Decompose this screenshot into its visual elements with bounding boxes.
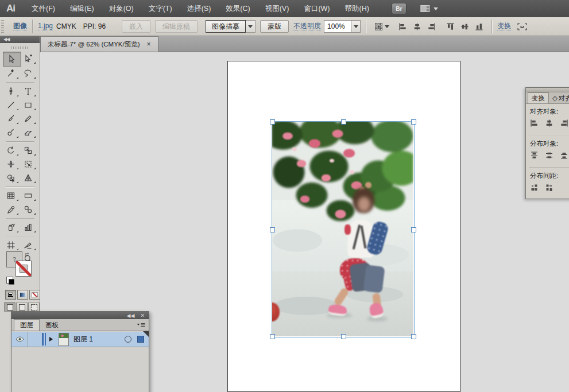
tool-paintbrush[interactable] [3, 112, 20, 126]
tool-rotate[interactable] [3, 143, 20, 157]
tool-eraser[interactable] [20, 126, 37, 139]
tool-free-transform[interactable] [20, 157, 37, 171]
tools-panel-grip[interactable] [0, 43, 40, 52]
tool-rectangle[interactable] [20, 98, 37, 112]
tool-perspective-grid[interactable] [20, 171, 37, 185]
tool-shape-builder[interactable] [3, 171, 20, 185]
menu-type[interactable]: 文字(T) [141, 0, 180, 17]
layer-thumbnail[interactable] [59, 333, 69, 346]
tool-blend[interactable] [20, 203, 37, 216]
align-right-button[interactable] [427, 22, 436, 31]
layer-selected-indicator[interactable] [137, 336, 144, 343]
image-trace-button[interactable]: 图像描摹 [206, 20, 246, 33]
tool-gradient[interactable] [20, 189, 37, 203]
tool-eyedropper[interactable] [3, 203, 20, 216]
layer-target-circle[interactable] [125, 336, 131, 343]
selection-handle-nw[interactable] [270, 119, 275, 125]
tool-pen[interactable] [3, 84, 20, 98]
color-button[interactable] [5, 290, 16, 300]
menu-file[interactable]: 文件(F) [24, 0, 63, 17]
opacity-link[interactable]: 不透明度 [293, 22, 321, 30]
tool-selection[interactable] [3, 52, 21, 67]
visibility-toggle[interactable] [11, 332, 28, 347]
tool-symbol-sprayer[interactable] [3, 220, 20, 234]
workspace-switcher[interactable] [420, 5, 438, 13]
align-right-icon[interactable] [560, 119, 568, 127]
layers-panel-header[interactable]: ◀◀ ✕ [11, 312, 149, 319]
close-icon[interactable]: ✕ [140, 313, 145, 319]
image-trace-dropdown[interactable] [246, 20, 256, 33]
stroke-swatch[interactable] [16, 261, 32, 277]
align-center-icon[interactable] [545, 119, 553, 127]
tool-slice[interactable] [20, 238, 37, 252]
tab-transform[interactable]: 变换 [528, 92, 549, 103]
reference-point-control[interactable] [374, 22, 389, 30]
distribute-vertical-center-icon[interactable] [545, 151, 553, 160]
panel-grip-icon[interactable] [1, 20, 4, 33]
selection-handle-se[interactable] [411, 334, 416, 339]
align-middle-button[interactable] [460, 22, 469, 31]
tools-panel-header[interactable]: ◀◀ [0, 36, 40, 43]
menu-object[interactable]: 对象(O) [102, 0, 141, 17]
lock-toggle[interactable] [28, 332, 36, 347]
panel-drag-bar[interactable] [526, 88, 569, 92]
tool-pencil[interactable] [20, 112, 37, 126]
tool-column-graph[interactable] [20, 220, 37, 234]
tool-mesh[interactable] [3, 189, 20, 203]
tool-blob-brush[interactable] [3, 126, 20, 139]
file-name-link[interactable]: 1.jpg [38, 22, 53, 30]
tool-artboard[interactable] [3, 238, 20, 252]
menu-help[interactable]: 帮助(H) [338, 0, 377, 17]
document-tab[interactable]: 未标题-7* @ 62% (CMYK/预览) × [40, 36, 158, 52]
selection-handle-sw[interactable] [270, 334, 275, 339]
tool-scale[interactable] [20, 143, 37, 157]
distribute-bottom-icon[interactable] [560, 151, 568, 160]
tab-artboards[interactable]: 画板 [40, 320, 64, 331]
default-fill-stroke-icon[interactable] [6, 277, 13, 284]
tool-type[interactable] [20, 84, 37, 98]
bridge-button[interactable]: Br [392, 3, 407, 14]
selection-handle-ne[interactable] [411, 119, 416, 125]
isolate-object-button[interactable] [517, 22, 528, 31]
tab-align[interactable]: ◇ 对齐 [549, 93, 569, 103]
align-left-button[interactable] [398, 22, 407, 31]
mask-button[interactable]: 蒙版 [260, 20, 289, 33]
tool-line-segment[interactable] [3, 98, 20, 112]
opacity-dropdown-arrow[interactable] [351, 21, 360, 32]
selection-handle-n[interactable] [341, 119, 346, 125]
vertical-distribute-space-icon[interactable] [530, 183, 539, 192]
menu-window[interactable]: 窗口(W) [296, 0, 337, 17]
expand-triangle-icon[interactable] [49, 337, 53, 341]
layer-row[interactable]: 图层 1 [11, 332, 149, 347]
tool-width[interactable] [3, 157, 20, 171]
tool-lasso[interactable] [20, 67, 37, 80]
collapse-icon[interactable]: ◀◀ [127, 313, 135, 319]
tab-close-icon[interactable]: × [147, 41, 151, 47]
panel-menu-icon[interactable] [136, 322, 146, 329]
horizontal-distribute-space-icon[interactable] [545, 183, 553, 192]
layer-name[interactable]: 图层 1 [73, 335, 125, 344]
align-top-button[interactable] [446, 22, 455, 31]
opacity-dropdown[interactable]: 100% [324, 20, 361, 33]
selection-handle-w[interactable] [270, 227, 275, 232]
menu-edit[interactable]: 编辑(E) [63, 0, 102, 17]
none-button[interactable] [29, 290, 40, 300]
selection-type-link[interactable]: 图像 [13, 22, 27, 30]
opacity-value[interactable]: 100% [324, 22, 351, 30]
tool-magic-wand[interactable] [3, 67, 20, 80]
swap-fill-stroke-icon[interactable]: ⇄ [25, 251, 29, 257]
transform-link[interactable]: 变换 [497, 22, 511, 30]
menu-effect[interactable]: 效果(C) [218, 0, 257, 17]
gradient-button[interactable] [17, 290, 28, 300]
selection-handle-e[interactable] [411, 227, 416, 232]
selection-handle-s[interactable] [341, 334, 346, 339]
collapse-icon[interactable]: ◀◀ [3, 37, 9, 42]
align-left-icon[interactable] [530, 119, 539, 127]
align-bottom-button[interactable] [475, 22, 483, 31]
menu-select[interactable]: 选择(S) [180, 0, 219, 17]
tool-direct-selection[interactable] [20, 52, 37, 65]
menu-view[interactable]: 视图(V) [258, 0, 297, 17]
distribute-top-icon[interactable] [530, 151, 539, 160]
align-center-button[interactable] [413, 22, 421, 31]
tab-layers[interactable]: 图层 [14, 319, 40, 331]
